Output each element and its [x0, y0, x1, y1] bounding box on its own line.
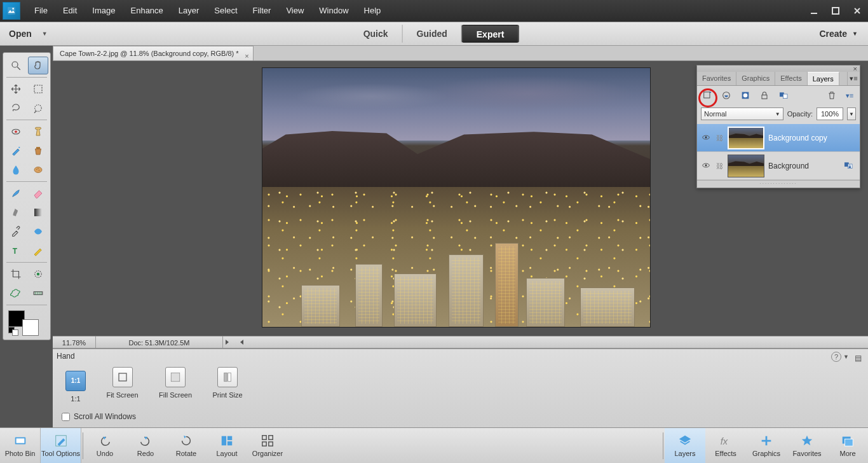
- menu-enhance[interactable]: Enhance: [123, 0, 171, 22]
- panel-collapse-icon[interactable]: ▼: [843, 354, 849, 360]
- redo-button[interactable]: Redo: [125, 428, 166, 463]
- panel-close-icon[interactable]: ×: [853, 65, 857, 73]
- color-swatches[interactable]: [8, 310, 39, 336]
- menu-filter[interactable]: Filter: [245, 0, 279, 22]
- new-layer-icon[interactable]: [701, 89, 714, 102]
- layers-button[interactable]: Layers: [665, 428, 705, 463]
- lasso-tool[interactable]: [6, 99, 26, 117]
- more-button[interactable]: More: [827, 428, 868, 463]
- mode-quick[interactable]: Quick: [349, 25, 403, 43]
- move-tool[interactable]: [6, 80, 26, 98]
- tab-graphics[interactable]: Graphics: [736, 72, 775, 85]
- window-maximize-button[interactable]: [825, 3, 846, 18]
- custom-shape-tool[interactable]: [28, 223, 48, 240]
- gradient-tool[interactable]: [28, 204, 48, 221]
- redeye-tool[interactable]: [6, 123, 26, 141]
- eyedropper-tool[interactable]: [6, 223, 26, 240]
- undo-button[interactable]: Undo: [85, 428, 125, 463]
- menu-select[interactable]: Select: [207, 0, 245, 22]
- fit-screen-button[interactable]: [112, 367, 133, 387]
- menu-file[interactable]: File: [27, 0, 55, 22]
- opacity-input[interactable]: 100%: [817, 107, 843, 120]
- panel-menu-icon[interactable]: ▾≡: [843, 89, 856, 102]
- info-next-icon[interactable]: [226, 340, 229, 345]
- photo-bin-button[interactable]: Photo Bin: [0, 428, 41, 463]
- rotate-button[interactable]: Rotate: [166, 428, 207, 463]
- type-tool[interactable]: T: [6, 242, 26, 259]
- tab-favorites[interactable]: Favorites: [697, 72, 736, 85]
- link-icon[interactable]: ⛓: [715, 162, 724, 170]
- recompose-tool[interactable]: [28, 265, 48, 283]
- visibility-icon[interactable]: [701, 133, 711, 143]
- content-aware-tool[interactable]: [6, 284, 26, 302]
- hand-tool[interactable]: [28, 57, 48, 74]
- eraser-tool[interactable]: [28, 184, 48, 202]
- effects-button[interactable]: fx Effects: [705, 428, 746, 463]
- layer-name[interactable]: Background: [768, 162, 839, 170]
- sponge-tool[interactable]: [28, 161, 48, 179]
- menu-edit[interactable]: Edit: [55, 0, 85, 22]
- menu-view[interactable]: View: [278, 0, 311, 22]
- new-group-icon[interactable]: [720, 89, 733, 102]
- tool-options-button[interactable]: Tool Options: [41, 428, 81, 463]
- background-color[interactable]: [22, 319, 39, 336]
- default-colors-icon[interactable]: [8, 327, 16, 335]
- document-tab[interactable]: Cape Town-2-2.jpg @ 11.8% (Background co…: [53, 46, 254, 60]
- tab-layers[interactable]: Layers: [808, 72, 839, 85]
- smart-brush-tool[interactable]: [6, 142, 26, 160]
- zoom-level[interactable]: 11.78%: [53, 336, 96, 348]
- visibility-icon[interactable]: [701, 161, 711, 171]
- panel-menu-icon[interactable]: ▤: [855, 354, 862, 363]
- blend-mode-select[interactable]: Normal ▼: [701, 107, 783, 120]
- rect-marquee-tool[interactable]: [28, 80, 48, 98]
- mode-expert[interactable]: Expert: [462, 25, 519, 43]
- help-icon[interactable]: ?: [831, 352, 841, 362]
- zoom-tool[interactable]: [6, 57, 26, 74]
- window-close-button[interactable]: [846, 3, 868, 18]
- smudge-tool[interactable]: [6, 204, 26, 221]
- menu-layer[interactable]: Layer: [171, 0, 207, 22]
- zoom-1to1-button[interactable]: 1:1: [65, 371, 86, 391]
- open-button[interactable]: Open: [9, 29, 32, 39]
- menu-image[interactable]: Image: [85, 0, 123, 22]
- svg-text:T: T: [12, 247, 17, 256]
- link-icon[interactable]: ⛓: [715, 134, 724, 142]
- print-size-button[interactable]: [217, 367, 238, 387]
- create-button[interactable]: Create ▼: [819, 29, 858, 39]
- panel-titlebar[interactable]: ×: [697, 66, 860, 72]
- layer-name[interactable]: Background copy: [768, 134, 856, 142]
- favorites-button[interactable]: Favorites: [787, 428, 827, 463]
- lock-icon[interactable]: [758, 89, 771, 102]
- healing-brush-tool[interactable]: [28, 123, 48, 141]
- graphics-button[interactable]: Graphics: [746, 428, 787, 463]
- clone-stamp-tool[interactable]: [28, 142, 48, 160]
- panel-resize-handle[interactable]: ··············: [697, 180, 860, 188]
- delete-layer-icon[interactable]: [825, 89, 838, 102]
- opacity-dropdown[interactable]: ▼: [847, 107, 856, 120]
- adjustment-layer-icon[interactable]: [739, 89, 752, 102]
- pencil-tool[interactable]: [28, 242, 48, 259]
- organizer-button[interactable]: Organizer: [247, 428, 288, 463]
- open-dropdown[interactable]: ▼: [42, 31, 48, 37]
- layer-row[interactable]: ⛓ Background: [697, 152, 860, 180]
- fill-screen-button[interactable]: [165, 367, 186, 387]
- layer-mask-icon[interactable]: [777, 89, 790, 102]
- info-prev-icon[interactable]: [240, 340, 243, 345]
- layer-thumbnail[interactable]: [728, 155, 764, 177]
- scroll-all-input[interactable]: [62, 413, 70, 421]
- straighten-tool[interactable]: [28, 284, 48, 302]
- quick-select-tool[interactable]: [28, 99, 48, 117]
- scroll-all-windows-checkbox[interactable]: Scroll All Windows: [62, 412, 136, 421]
- crop-tool[interactable]: [6, 265, 26, 283]
- brush-tool[interactable]: [6, 184, 26, 202]
- layer-row[interactable]: ⛓ Background copy: [697, 124, 860, 152]
- layout-button[interactable]: Layout: [207, 428, 247, 463]
- layer-thumbnail[interactable]: [728, 127, 764, 149]
- panel-tab-menu-icon[interactable]: ▾≡: [847, 72, 860, 85]
- blur-tool[interactable]: [6, 161, 26, 179]
- menu-help[interactable]: Help: [356, 0, 389, 22]
- mode-guided[interactable]: Guided: [403, 25, 462, 43]
- tab-effects[interactable]: Effects: [775, 72, 807, 85]
- menu-window[interactable]: Window: [311, 0, 356, 22]
- window-minimize-button[interactable]: [803, 3, 825, 18]
